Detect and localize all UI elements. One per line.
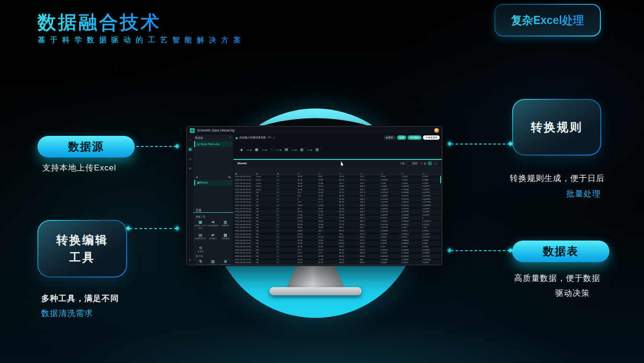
table-row[interactable]: 2021-04-04 02:00...USL210.2516.1866.5232… [234, 236, 442, 239]
tool-format[interactable]: ▤设置数据格式 [194, 233, 207, 245]
tool-pivot[interactable]: ▩透视表列 [219, 233, 232, 245]
table-row[interactable]: 2021-04-04 02:00...USL212.1814.0877.2546… [234, 223, 442, 226]
checkbox-icon[interactable]: ▣ [235, 136, 238, 139]
table-cell: 0.02297 [421, 185, 442, 187]
horizontal-scrollbar[interactable] [234, 265, 296, 266]
refresh-icon[interactable]: ⟲ [420, 162, 422, 165]
tool-auto-detect[interactable]: ⇉自动识别内容 [207, 220, 219, 232]
table-row[interactable]: 2021-04-04 02:00...USL220.1619.66131.112… [234, 239, 442, 242]
table-cell: US [254, 194, 275, 197]
table-cell: 0.03344 [421, 188, 442, 191]
table-cell: L2 [275, 214, 296, 216]
save-rule-button[interactable]: 保存规则 [408, 135, 422, 140]
columns-icon[interactable]: ▥ [424, 162, 426, 165]
flow-node-transform[interactable]: ▧ [300, 148, 304, 152]
table-row[interactable]: 2021-04-04 02:00...USL213.0513.8482.7153… [234, 204, 442, 207]
table-row[interactable]: 2021-04-04 02:00...USL214.1112.8880.0361… [234, 255, 442, 258]
column-header[interactable]: #mean smoothness [379, 167, 400, 175]
file-item-xlsx[interactable]: ▤Study Part1.xlsx [194, 141, 233, 147]
flow-node-rows[interactable]: ▤ [285, 148, 288, 152]
more-button[interactable]: ≣ 更多 [384, 135, 396, 140]
column-header[interactable]: Acountry [254, 167, 275, 175]
column-header[interactable]: #mean perimeter [338, 167, 358, 175]
tool-column-sort[interactable]: ≣数据列排序 [219, 259, 232, 266]
table-cell: 0.1972 [400, 230, 421, 232]
table-row[interactable]: 2021-04-04 02:00...USL216.2720.71106.981… [234, 261, 442, 265]
table-cell: 537.3 [358, 194, 379, 197]
rows-count-input[interactable]: 1000 [406, 161, 419, 165]
data-source-icon[interactable]: ▦ [187, 146, 193, 152]
table-row[interactable]: 2021-04-04 02:00...USL28.59718.654.09221… [234, 217, 442, 220]
column-header[interactable]: #mean concavity [421, 167, 442, 175]
column-header[interactable]: ▦date [234, 167, 254, 175]
table-row[interactable]: 2021-04-04 02:00...USL29.04218.960.07244… [234, 230, 442, 233]
table-row[interactable]: 2021-04-04 02:00...ChinaL111.4618.1673.5… [234, 188, 442, 192]
column-header[interactable]: #mean area [358, 167, 379, 175]
column-header[interactable]: #mean texture [317, 167, 338, 175]
table-row[interactable]: 2021-04-04 02:00...ChinaL110.4918.6166.8… [234, 185, 442, 188]
tool-label: 逆透视 [194, 251, 207, 253]
external-link-icon[interactable]: ↗ [273, 136, 275, 139]
table-row[interactable]: 2021-04-04 02:00...USL211.719.1174.33418… [234, 207, 442, 210]
table-cell: L2 [275, 223, 296, 226]
flow-node-output[interactable]: ▨ [316, 148, 319, 152]
table-cell: 2021-04-04 02:00... [234, 191, 254, 194]
flow-node-table[interactable]: ▦ [255, 148, 258, 152]
table-cell: 11.46 [296, 188, 316, 191]
flow-node-scatter[interactable]: ∴ [270, 148, 272, 152]
table-cell: 2021-04-04 02:00... [234, 255, 254, 257]
table-row[interactable]: 2021-04-04 02:00...ChinaL120.0923.86134.… [234, 182, 442, 185]
table-cell: L2 [275, 252, 296, 254]
table-row[interactable]: 2021-04-04 02:00...USL212.8613.3282.8250… [234, 242, 442, 245]
grid-view-toggle[interactable]: ≡ [428, 161, 432, 165]
table-row[interactable]: 2021-04-04 02:00...ChinaL119.5318.9129.5… [234, 175, 442, 179]
table-row[interactable]: 2021-04-04 02:00...USL212.431778.6477.30… [234, 232, 442, 236]
table-row[interactable]: 2021-04-04 02:00...USL211.5410.7273.7340… [234, 214, 442, 217]
sheet-search-row[interactable]: 表 [193, 174, 233, 179]
table-cell: 13.2 [296, 194, 316, 197]
flow-node-source[interactable]: ◈ [240, 148, 243, 152]
tool-split-column[interactable]: ⇅拆分列 [194, 259, 207, 266]
vertical-scrollbar[interactable] [440, 176, 441, 183]
settings-icon[interactable]: ⚙ [187, 166, 193, 171]
table-cell: 0.07664 [400, 252, 421, 254]
tab-sheet1[interactable]: Sheet1 [237, 162, 247, 165]
table-cell: 0.1134 [379, 242, 400, 244]
table-cell: US [254, 207, 275, 210]
result-name-input[interactable]: 此处输入转换结果名称 [239, 136, 266, 139]
transform-tools-desc2: 数据清洗需求 [41, 308, 93, 319]
table-cell: 56.36 [338, 198, 358, 200]
table-cell: 0.06678 [400, 185, 421, 187]
restore-table-button[interactable]: ⟲ 恢复源表 [423, 135, 440, 140]
tool-transpose[interactable]: ▥转置表格 [219, 220, 232, 232]
table-row[interactable]: 2021-04-04 02:00...USL2914.456.36246.30.… [234, 197, 442, 201]
table-row[interactable]: 2021-04-04 02:00...USL212.4916.8579.1948… [234, 220, 442, 223]
table-row[interactable]: 2021-04-04 02:00...USL213.215.8284.07537… [234, 194, 442, 198]
search-icon[interactable] [228, 176, 230, 178]
list-view-toggle[interactable]: ≡ [433, 161, 438, 165]
table-row[interactable]: 2021-04-04 02:00...USL212.215.2178.01457… [234, 248, 442, 252]
table-row[interactable]: 2021-04-04 02:00...ChinaL112.4619.8980.4… [234, 179, 442, 182]
table-cell: 0.09968 [379, 230, 400, 232]
tool-first-row-header[interactable]: ▦使用第一行作列名 [194, 220, 207, 232]
user-avatar[interactable] [434, 128, 439, 133]
column-header[interactable]: A实验室 [275, 167, 296, 175]
bell-icon[interactable]: ◎ [187, 156, 193, 161]
apply-button[interactable]: 应用 [397, 135, 407, 140]
sheet-list-item[interactable]: ▦Sheet1 [194, 180, 233, 185]
add-source-button[interactable]: + [229, 135, 231, 138]
table-row[interactable]: 2021-04-04 02:00...USL212.6717.381.25489… [234, 252, 442, 255]
menu-icon[interactable]: ≡ [187, 257, 193, 263]
table-row[interactable]: 2021-04-04 02:00...USL220.3421.51135.912… [234, 245, 442, 249]
tool-split-by-delim[interactable]: ▧按分隔符拆分列 [207, 259, 219, 266]
table-row[interactable]: 2021-04-04 02:00...USL212.0317.9376.0944… [234, 258, 442, 261]
table-cell: 82.71 [338, 204, 358, 206]
column-header[interactable]: #mean compactness [400, 167, 421, 175]
table-row[interactable]: 2021-04-04 02:00...USL211.624.4974.23417… [234, 191, 442, 194]
column-header[interactable]: #mean radius [296, 167, 316, 175]
home-icon[interactable]: ⌂ [187, 137, 193, 142]
table-row[interactable]: 2021-04-04 02:00...USL213.512.7185.69566… [234, 201, 442, 204]
tool-cols-to-rows[interactable]: ⇄列转多行 [207, 233, 219, 245]
table-row[interactable]: 2021-04-04 02:00...USL213.7613.3782.2950… [234, 210, 442, 214]
table-row[interactable]: 2021-04-04 02:00...USL218.2218.87118.710… [234, 226, 442, 230]
